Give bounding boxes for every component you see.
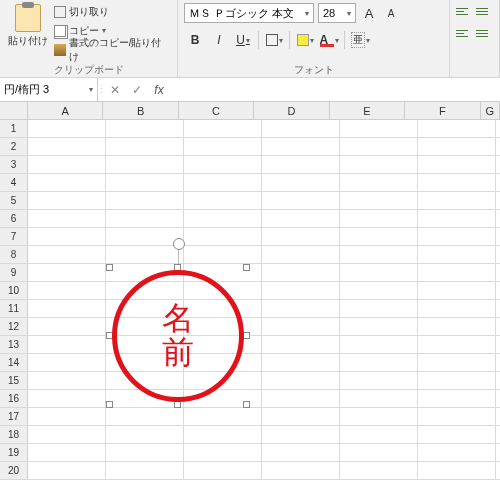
cell[interactable] bbox=[418, 192, 496, 210]
row-header[interactable]: 8 bbox=[0, 246, 28, 264]
row-header[interactable]: 16 bbox=[0, 390, 28, 408]
cell[interactable] bbox=[106, 426, 184, 444]
column-header[interactable]: C bbox=[179, 102, 254, 120]
cell[interactable] bbox=[340, 444, 418, 462]
row-header[interactable]: 19 bbox=[0, 444, 28, 462]
row-header[interactable]: 2 bbox=[0, 138, 28, 156]
cell[interactable] bbox=[28, 210, 106, 228]
cell[interactable] bbox=[28, 390, 106, 408]
cell[interactable] bbox=[262, 246, 340, 264]
cell[interactable] bbox=[184, 408, 262, 426]
cell[interactable] bbox=[496, 192, 500, 210]
cell[interactable] bbox=[340, 354, 418, 372]
cell[interactable] bbox=[28, 228, 106, 246]
cell[interactable] bbox=[184, 120, 262, 138]
cell[interactable] bbox=[340, 282, 418, 300]
cell[interactable] bbox=[340, 138, 418, 156]
row-header[interactable]: 13 bbox=[0, 336, 28, 354]
format-painter-button[interactable]: 書式のコピー/貼り付け bbox=[54, 42, 171, 58]
cell[interactable] bbox=[28, 336, 106, 354]
cell[interactable] bbox=[262, 210, 340, 228]
cell[interactable] bbox=[418, 336, 496, 354]
cell[interactable] bbox=[418, 372, 496, 390]
cell[interactable] bbox=[184, 228, 262, 246]
row-header[interactable]: 10 bbox=[0, 282, 28, 300]
cell[interactable] bbox=[28, 462, 106, 480]
cell[interactable] bbox=[418, 138, 496, 156]
row-header[interactable]: 17 bbox=[0, 408, 28, 426]
select-all-corner[interactable] bbox=[0, 102, 28, 120]
increase-font-button[interactable]: A bbox=[360, 3, 378, 23]
cell[interactable] bbox=[28, 408, 106, 426]
cell[interactable] bbox=[418, 246, 496, 264]
font-size-select[interactable]: 28▾ bbox=[318, 3, 356, 23]
cell[interactable] bbox=[418, 300, 496, 318]
cell[interactable] bbox=[340, 390, 418, 408]
row-header[interactable]: 15 bbox=[0, 372, 28, 390]
cell[interactable] bbox=[418, 156, 496, 174]
cell[interactable] bbox=[496, 156, 500, 174]
shape-text[interactable]: 名 前 bbox=[162, 302, 194, 369]
row-header[interactable]: 12 bbox=[0, 318, 28, 336]
cell[interactable] bbox=[184, 156, 262, 174]
ruby-button[interactable]: 亜▾ bbox=[349, 30, 371, 50]
cell[interactable] bbox=[340, 156, 418, 174]
cell[interactable] bbox=[184, 246, 262, 264]
cell[interactable] bbox=[418, 210, 496, 228]
cell[interactable] bbox=[340, 318, 418, 336]
cell[interactable] bbox=[28, 156, 106, 174]
cell[interactable] bbox=[106, 174, 184, 192]
row-header[interactable]: 4 bbox=[0, 174, 28, 192]
align-left-button[interactable] bbox=[454, 24, 472, 42]
cell[interactable] bbox=[28, 192, 106, 210]
cell[interactable] bbox=[496, 300, 500, 318]
cell[interactable] bbox=[496, 354, 500, 372]
cell[interactable] bbox=[28, 138, 106, 156]
row-header[interactable]: 6 bbox=[0, 210, 28, 228]
cell[interactable] bbox=[340, 462, 418, 480]
cell[interactable] bbox=[496, 444, 500, 462]
column-header[interactable]: B bbox=[103, 102, 178, 120]
resize-handle[interactable] bbox=[106, 401, 113, 408]
cell[interactable] bbox=[418, 174, 496, 192]
cell[interactable] bbox=[262, 174, 340, 192]
row-header[interactable]: 14 bbox=[0, 354, 28, 372]
row-header[interactable]: 1 bbox=[0, 120, 28, 138]
column-header[interactable]: G bbox=[481, 102, 500, 120]
italic-button[interactable]: I bbox=[208, 30, 230, 50]
resize-handle[interactable] bbox=[174, 401, 181, 408]
cell[interactable] bbox=[106, 246, 184, 264]
cell[interactable] bbox=[28, 264, 106, 282]
cell[interactable] bbox=[106, 156, 184, 174]
bold-button[interactable]: B bbox=[184, 30, 206, 50]
cell[interactable] bbox=[28, 282, 106, 300]
decrease-font-button[interactable]: A bbox=[382, 3, 400, 23]
cell[interactable] bbox=[496, 336, 500, 354]
cell[interactable] bbox=[418, 282, 496, 300]
cell[interactable] bbox=[106, 138, 184, 156]
cell[interactable] bbox=[28, 120, 106, 138]
resize-handle[interactable] bbox=[243, 401, 250, 408]
cell[interactable] bbox=[496, 462, 500, 480]
cell[interactable] bbox=[184, 138, 262, 156]
cell[interactable] bbox=[340, 372, 418, 390]
cell[interactable] bbox=[496, 390, 500, 408]
cell[interactable] bbox=[106, 192, 184, 210]
cell[interactable] bbox=[184, 174, 262, 192]
column-header[interactable]: F bbox=[405, 102, 480, 120]
cell[interactable] bbox=[262, 282, 340, 300]
cell[interactable] bbox=[340, 426, 418, 444]
cell[interactable] bbox=[262, 300, 340, 318]
cell[interactable] bbox=[418, 318, 496, 336]
cell[interactable] bbox=[28, 354, 106, 372]
cell[interactable] bbox=[340, 336, 418, 354]
cell[interactable] bbox=[262, 354, 340, 372]
cell[interactable] bbox=[418, 228, 496, 246]
row-header[interactable]: 18 bbox=[0, 426, 28, 444]
cell[interactable] bbox=[262, 408, 340, 426]
cell[interactable] bbox=[106, 120, 184, 138]
row-header[interactable]: 5 bbox=[0, 192, 28, 210]
name-box[interactable]: 円/楕円 3▾ bbox=[0, 78, 98, 101]
cell[interactable] bbox=[28, 426, 106, 444]
resize-handle[interactable] bbox=[243, 264, 250, 271]
